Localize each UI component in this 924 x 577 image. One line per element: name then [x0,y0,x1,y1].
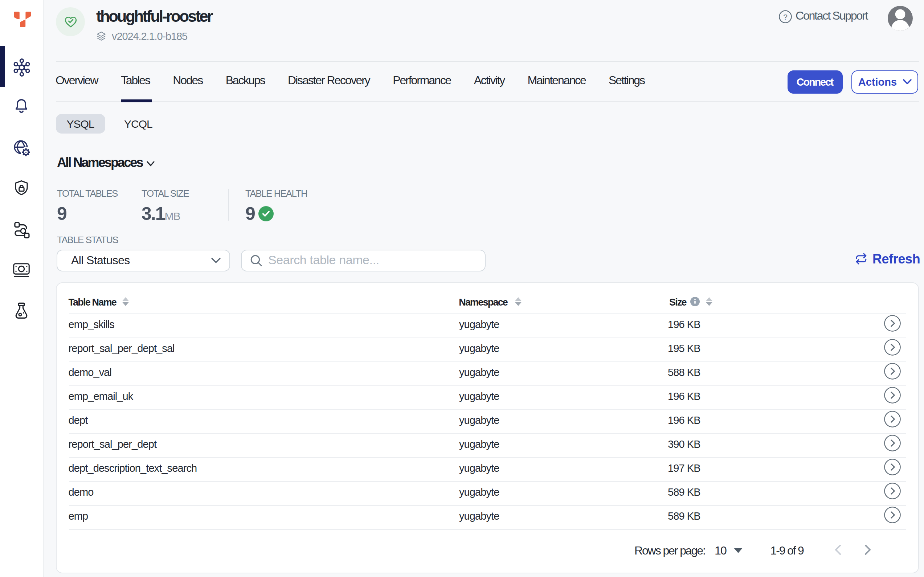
svg-text:?: ? [783,13,787,21]
